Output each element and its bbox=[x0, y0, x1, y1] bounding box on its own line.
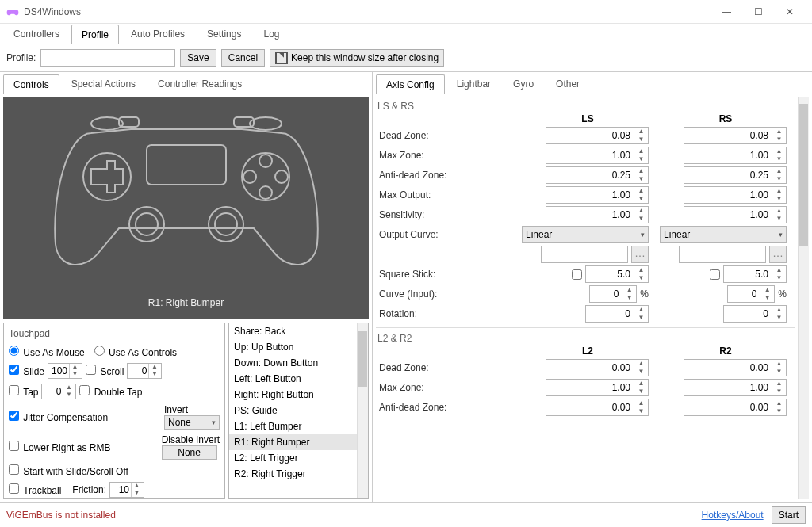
rs-curve-input-value[interactable]: ▲▼ bbox=[727, 285, 775, 303]
slide-checkbox[interactable]: Slide bbox=[9, 365, 44, 377]
scroll-checkbox[interactable]: Scroll bbox=[86, 365, 124, 377]
rs-dead-zone-value[interactable]: ▲▼ bbox=[684, 127, 787, 144]
profile-name-input[interactable] bbox=[40, 49, 175, 67]
right-scrollbar[interactable] bbox=[798, 97, 809, 499]
output-curve-label: Output Curve: bbox=[376, 229, 519, 240]
ls-dead-zone-value[interactable]: ▲▼ bbox=[546, 127, 649, 144]
tab-lightbar[interactable]: Lightbar bbox=[446, 74, 501, 94]
tab-gyro[interactable]: Gyro bbox=[503, 74, 544, 94]
scroll-value[interactable]: ▲▼ bbox=[127, 363, 162, 379]
ls-square-stick-checkbox[interactable] bbox=[572, 269, 582, 280]
rs-max-zone-value[interactable]: ▲▼ bbox=[684, 147, 787, 164]
mapping-item[interactable]: Down: Down Button bbox=[229, 355, 357, 371]
tab-other[interactable]: Other bbox=[546, 74, 590, 94]
l2r2-max-zone-label: Max Zone: bbox=[376, 382, 519, 393]
mapping-item[interactable]: PS: Guide bbox=[229, 403, 357, 418]
tab-controllers[interactable]: Controllers bbox=[3, 24, 70, 44]
l2-max-zone-value[interactable]: ▲▼ bbox=[546, 379, 649, 396]
mapping-item[interactable]: R2: Right Trigger bbox=[229, 466, 357, 482]
rs-sensitivity-value[interactable]: ▲▼ bbox=[684, 206, 787, 223]
ls-curve-input-value[interactable]: ▲▼ bbox=[589, 285, 637, 303]
status-message: ViGEmBus is not installed bbox=[6, 510, 694, 521]
tab-special-actions[interactable]: Special Actions bbox=[61, 74, 146, 94]
r2-dead-zone-value[interactable]: ▲▼ bbox=[684, 359, 787, 376]
max-output-label: Max Output: bbox=[376, 189, 519, 200]
ls-square-stick-value[interactable]: ▲▼ bbox=[585, 265, 649, 283]
slide-value[interactable]: ▲▼ bbox=[48, 363, 82, 379]
rs-square-stick-checkbox[interactable] bbox=[710, 269, 720, 280]
ls-rs-section-label: LS & RS bbox=[377, 101, 795, 112]
r2-anti-dead-zone-value[interactable]: ▲▼ bbox=[684, 399, 787, 416]
tab-settings[interactable]: Settings bbox=[197, 24, 251, 44]
mapping-item[interactable]: Right: Right Button bbox=[229, 387, 357, 403]
svg-point-8 bbox=[136, 213, 158, 235]
cancel-button[interactable]: Cancel bbox=[221, 49, 265, 67]
rs-output-curve-combo[interactable]: Linear▾ bbox=[660, 226, 787, 243]
start-button[interactable]: Start bbox=[772, 506, 806, 524]
invert-label: Invert bbox=[164, 404, 220, 415]
rs-rotation-value[interactable]: ▲▼ bbox=[723, 305, 787, 323]
l2-anti-dead-zone-value[interactable]: ▲▼ bbox=[546, 399, 649, 416]
ls-header: LS bbox=[519, 113, 657, 124]
ls-max-output-value[interactable]: ▲▼ bbox=[546, 186, 649, 204]
rs-max-output-value[interactable]: ▲▼ bbox=[684, 186, 787, 204]
tap-value[interactable]: ▲▼ bbox=[41, 384, 76, 399]
ls-anti-dead-zone-value[interactable]: ▲▼ bbox=[546, 166, 649, 184]
tab-log[interactable]: Log bbox=[253, 24, 289, 44]
maximize-button[interactable]: ☐ bbox=[742, 1, 774, 23]
mappings-list: Share: BackUp: Up ButtonDown: Down Butto… bbox=[228, 323, 369, 499]
jitter-checkbox[interactable]: Jitter Compensation bbox=[9, 411, 108, 423]
disable-invert-label: Disable Invert bbox=[162, 434, 220, 445]
controller-diagram[interactable]: R1: Right Bumper bbox=[3, 97, 369, 319]
mapping-item[interactable]: Up: Up Button bbox=[229, 339, 357, 355]
ls-max-zone-value[interactable]: ▲▼ bbox=[546, 147, 649, 164]
titlebar: DS4Windows — ☐ ✕ bbox=[0, 0, 812, 24]
hotkeys-about-link[interactable]: Hotkeys/About bbox=[702, 510, 764, 521]
tab-profile[interactable]: Profile bbox=[71, 25, 119, 44]
dead-zone-label: Dead Zone: bbox=[376, 130, 519, 141]
use-as-controls-radio[interactable]: Use As Controls bbox=[94, 346, 177, 358]
l2-dead-zone-value[interactable]: ▲▼ bbox=[546, 359, 649, 376]
profile-bar: Profile: Save Cancel Keep this window si… bbox=[0, 44, 812, 71]
disable-invert-combo[interactable]: None bbox=[162, 445, 217, 460]
curve-input-label: Curve (Input): bbox=[376, 288, 519, 300]
ls-rotation-value[interactable]: ▲▼ bbox=[585, 305, 649, 323]
ls-output-curve-combo[interactable]: Linear▾ bbox=[522, 226, 649, 243]
r2-max-zone-value[interactable]: ▲▼ bbox=[684, 379, 787, 396]
double-tap-checkbox[interactable]: Double Tap bbox=[79, 385, 142, 398]
ls-curve-browse-button[interactable]: … bbox=[631, 246, 649, 263]
rs-square-stick-value[interactable]: ▲▼ bbox=[723, 265, 787, 283]
mapping-item[interactable]: R1: Right Bumper bbox=[229, 434, 357, 450]
rs-anti-dead-zone-value[interactable]: ▲▼ bbox=[684, 166, 787, 184]
ls-curve-path-input[interactable] bbox=[541, 246, 628, 263]
use-as-mouse-radio[interactable]: Use As Mouse bbox=[9, 346, 85, 358]
save-button[interactable]: Save bbox=[180, 49, 216, 67]
scrollbar[interactable] bbox=[357, 323, 368, 498]
mapping-item[interactable]: L1: Left Bumper bbox=[229, 418, 357, 434]
friction-value[interactable]: ▲▼ bbox=[109, 482, 144, 498]
lower-right-rmb-checkbox[interactable]: Lower Right as RMB bbox=[9, 441, 110, 453]
tap-checkbox[interactable]: Tap bbox=[9, 385, 38, 398]
ls-sensitivity-value[interactable]: ▲▼ bbox=[546, 206, 649, 223]
keep-size-label: Keep this window size after closing bbox=[291, 52, 439, 63]
main-tabs: Controllers Profile Auto Profiles Settin… bbox=[0, 24, 812, 44]
rs-curve-browse-button[interactable]: … bbox=[769, 246, 787, 263]
start-slide-scroll-off-checkbox[interactable]: Start with Slide/Scroll Off bbox=[9, 464, 128, 477]
tab-controls[interactable]: Controls bbox=[3, 74, 59, 94]
mapping-item[interactable]: L2: Left Trigger bbox=[229, 450, 357, 466]
app-icon bbox=[6, 6, 19, 18]
tab-auto-profiles[interactable]: Auto Profiles bbox=[121, 24, 195, 44]
trackball-checkbox[interactable]: Trackball bbox=[9, 483, 61, 496]
close-button[interactable]: ✕ bbox=[774, 1, 806, 23]
minimize-button[interactable]: — bbox=[710, 1, 742, 23]
svg-point-7 bbox=[129, 207, 164, 242]
friction-label: Friction: bbox=[72, 484, 106, 495]
invert-combo[interactable]: None▾ bbox=[164, 415, 220, 430]
left-subtabs: Controls Special Actions Controller Read… bbox=[0, 72, 372, 94]
rs-curve-path-input[interactable] bbox=[679, 246, 766, 263]
mapping-item[interactable]: Share: Back bbox=[229, 323, 357, 339]
tab-controller-readings[interactable]: Controller Readings bbox=[147, 74, 252, 94]
tab-axis-config[interactable]: Axis Config bbox=[376, 74, 445, 94]
mapping-item[interactable]: Left: Left Button bbox=[229, 371, 357, 387]
keep-window-size-toggle[interactable]: Keep this window size after closing bbox=[270, 49, 444, 67]
